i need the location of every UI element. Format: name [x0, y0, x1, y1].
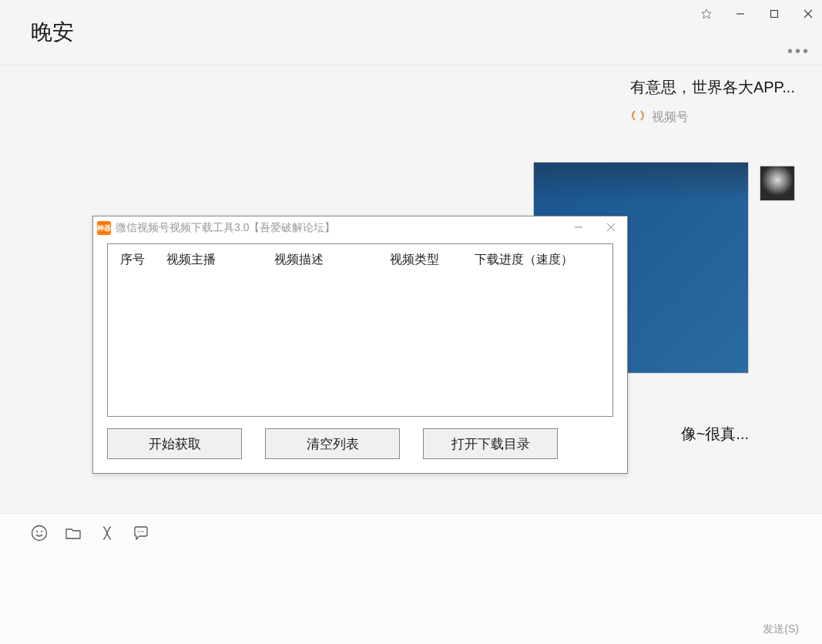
pin-icon[interactable]: [700, 8, 713, 20]
avatar[interactable]: [760, 166, 795, 201]
close-icon[interactable]: [802, 8, 814, 20]
table-header: 序号 视频主播 视频描述 视频类型 下载进度（速度）: [108, 244, 612, 276]
chat-title: 晚安: [31, 18, 74, 47]
avatar-image: [760, 166, 794, 200]
svg-point-9: [143, 531, 144, 532]
chat-message: 有意思，世界各大APP... 视频号: [630, 77, 795, 126]
dialog-close-icon[interactable]: [606, 222, 616, 234]
chat-header: 晚安 •••: [0, 0, 822, 65]
message-text: 有意思，世界各大APP...: [630, 77, 795, 98]
svg-point-8: [140, 531, 142, 532]
chat-history-icon[interactable]: [133, 525, 149, 545]
video-channel-icon: [630, 109, 646, 126]
dialog-button-row: 开始获取 清空列表 打开下载目录: [107, 428, 558, 459]
minimize-icon[interactable]: [734, 8, 747, 20]
dialog-title: 微信视频号视频下载工具3.0【吾爱破解论坛】: [116, 221, 569, 235]
downloader-dialog: 神器 微信视频号视频下载工具3.0【吾爱破解论坛】 序号 视频主播 视频描述 视…: [92, 216, 628, 474]
list-panel: 序号 视频主播 视频描述 视频类型 下载进度（速度）: [107, 243, 613, 417]
video-channel-text: 视频号: [652, 109, 689, 126]
window-controls: [700, 8, 814, 20]
start-fetch-button[interactable]: 开始获取: [107, 428, 242, 459]
video-channel-label: 视频号: [630, 109, 795, 126]
screenshot-icon[interactable]: [99, 525, 116, 545]
svg-point-6: [41, 531, 42, 532]
svg-point-5: [36, 531, 38, 532]
open-folder-button[interactable]: 打开下载目录: [423, 428, 558, 459]
more-menu-icon[interactable]: •••: [787, 42, 810, 60]
clear-list-button[interactable]: 清空列表: [265, 428, 400, 459]
send-hint: 发送(S): [763, 622, 799, 636]
col-index: 序号: [120, 252, 166, 268]
maximize-icon[interactable]: [768, 8, 780, 20]
svg-point-7: [138, 531, 139, 532]
input-area: 发送(S): [0, 513, 822, 644]
col-progress: 下载进度（速度）: [475, 252, 600, 268]
col-desc: 视频描述: [274, 252, 390, 268]
message-text-2: 像~很真...: [681, 424, 749, 444]
emoji-icon[interactable]: [31, 525, 48, 545]
svg-point-4: [32, 526, 47, 541]
col-type: 视频类型: [390, 252, 475, 268]
dialog-titlebar[interactable]: 神器 微信视频号视频下载工具3.0【吾爱破解论坛】: [93, 216, 627, 240]
input-toolbar: [0, 514, 822, 555]
svg-rect-1: [771, 11, 778, 18]
app-icon: 神器: [97, 221, 111, 235]
chat-content: 有意思，世界各大APP... 视频号: [630, 77, 795, 126]
dialog-controls: [574, 222, 623, 234]
col-author: 视频主播: [166, 252, 274, 268]
file-icon[interactable]: [65, 525, 82, 545]
dialog-minimize-icon[interactable]: [574, 222, 583, 234]
